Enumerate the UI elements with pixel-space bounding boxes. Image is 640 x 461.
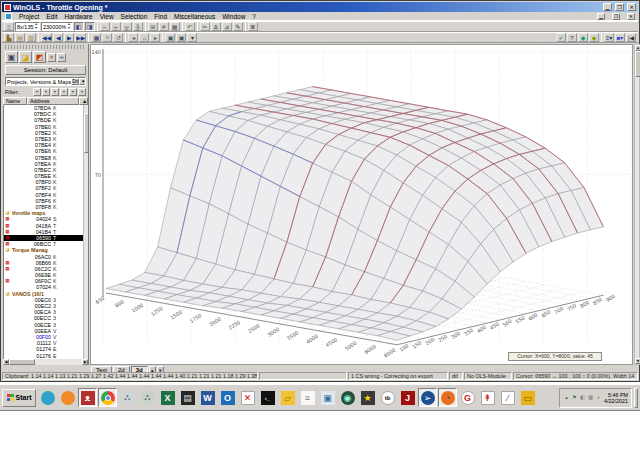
map-list[interactable]: 07BDAK07BDCK07BDEK07BE0K07BE2K07BE3K07BE… <box>3 105 88 359</box>
spin-arrows-icon[interactable]: ▲▼ <box>35 23 38 30</box>
menu-hardware[interactable]: Hardware <box>64 13 92 20</box>
sort-indicator[interactable]: ▲ <box>79 97 88 105</box>
taskbar-app-tb[interactable]: tb <box>378 388 397 407</box>
filter-button-1[interactable]: ▪ <box>33 88 41 96</box>
pin-panel-button[interactable]: ≔ <box>57 53 66 62</box>
taskbar-app-gdata[interactable]: G <box>458 388 477 407</box>
taskbar-app-folder[interactable]: ▱ <box>278 388 297 407</box>
axis-both-button[interactable]: ╦ <box>122 22 132 31</box>
taskbar-app-jdownloader[interactable]: J <box>398 388 417 407</box>
chart-vscrollbar[interactable]: ▲ ▼ <box>634 44 640 365</box>
minimize-button[interactable]: ▁ <box>603 3 612 11</box>
element-size-spin[interactable]: 8x/135▲▼ <box>15 22 40 31</box>
grid-large-button[interactable]: ▦ <box>170 22 180 31</box>
window-mode-combo[interactable]: ■▾ <box>615 33 625 42</box>
taskbar-app-toolbox[interactable]: ▭ <box>518 388 537 407</box>
mdi-minimize-button[interactable]: ▁ <box>597 13 605 20</box>
tray-icon-1[interactable]: ▴ <box>563 394 570 401</box>
zoom-in-button[interactable]: ⌕ <box>102 33 112 42</box>
map-doc-icon[interactable]: ▯ <box>4 22 14 31</box>
menu-view[interactable]: View <box>100 13 114 20</box>
open-project-button[interactable]: ◪ <box>19 51 32 63</box>
nav-next-button[interactable]: ▶ <box>64 33 74 42</box>
close-panel-button[interactable]: ✕ <box>47 53 56 62</box>
menu-window[interactable]: Window <box>222 13 245 20</box>
taskbar-app-excel[interactable]: X <box>158 388 177 407</box>
taskbar-app-computer[interactable]: ▣ <box>318 388 337 407</box>
tray-icon-4[interactable]: ▥ <box>587 394 594 401</box>
taskbar-app-dove[interactable]: ➢ <box>418 388 437 407</box>
filter-button-2[interactable]: ▪ <box>42 88 50 96</box>
view-version-button[interactable]: ◨ <box>85 22 95 31</box>
project-open-icon[interactable]: ▙ <box>4 33 14 42</box>
mdi-child-icon[interactable] <box>5 13 12 20</box>
diff-button[interactable]: ▣ <box>176 33 186 42</box>
next-map-button[interactable]: ▸ <box>150 33 160 42</box>
taskbar-app-swirl[interactable]: ◔ <box>438 388 457 407</box>
mix-dropdown[interactable]: ▾ <box>187 33 197 42</box>
list-view-button[interactable]: ≣ <box>248 22 258 31</box>
menu-project[interactable]: Project <box>19 13 39 20</box>
taskbar-app-book[interactable]: ▤ <box>178 388 197 407</box>
start-button[interactable]: Start <box>2 389 36 407</box>
tree-mode-combo[interactable]: Projects, Versions & Maps Dir ▼ <box>5 77 86 86</box>
panel-grip[interactable] <box>5 45 86 49</box>
session-button[interactable]: Session: Default <box>5 65 86 75</box>
home-button[interactable]: ⌂ <box>139 33 149 42</box>
axis-top-button[interactable]: ┬ <box>111 22 121 31</box>
maximize-button[interactable]: ❐ <box>615 3 624 11</box>
dock-left-button[interactable]: |◀ <box>626 33 636 42</box>
taskbar-app-redx[interactable]: ✕ <box>238 388 257 407</box>
menu-find[interactable]: Find <box>154 13 167 20</box>
undo-button[interactable]: ↶ <box>185 22 195 31</box>
nav-last-button[interactable]: ▶▶ <box>75 33 86 42</box>
save-session-button[interactable]: ▣ <box>5 51 18 63</box>
taskbar-app-cmd[interactable]: ›_ <box>258 388 277 407</box>
text-view-button[interactable]: ▥ <box>26 33 36 42</box>
mdi-close-button[interactable]: ✕ <box>627 13 635 20</box>
help-cursor-button[interactable]: ? <box>567 33 577 42</box>
grid-small-button[interactable]: ⊞ <box>148 22 158 31</box>
delta-button[interactable]: Δ <box>211 22 221 31</box>
taskbar-app-claw2[interactable]: ∴ <box>138 388 157 407</box>
grid-hash-button[interactable]: # <box>159 22 169 31</box>
show-desktop-button[interactable] <box>634 388 638 408</box>
title-bar[interactable]: WinOLS - Throttle Opening * ▁ ❐ ✕ <box>2 2 638 12</box>
zoom-level-spin[interactable]: 230000%▲▼ <box>41 22 73 31</box>
refresh-button[interactable]: ↺ <box>113 33 123 42</box>
checksum-button[interactable]: ✓ <box>556 33 566 42</box>
taskbar-app-orb[interactable]: ◉ <box>338 388 357 407</box>
filter-button-5[interactable]: ▪ <box>69 88 77 96</box>
taskbar-app-winols[interactable]: ᴥ <box>78 388 97 407</box>
import-map-button[interactable]: ◩ <box>33 51 46 63</box>
taskbar-app-orange[interactable] <box>58 388 77 407</box>
menu-miscellaneous[interactable]: Miscellaneous <box>174 13 215 20</box>
scroll-down-icon[interactable]: ▼ <box>635 358 640 364</box>
prev-map-button[interactable]: ◂ <box>128 33 138 42</box>
spin-arrows-icon[interactable]: ▲▼ <box>67 23 70 30</box>
axis-left-button[interactable]: ╟ <box>133 22 143 31</box>
taskbar-app-drop[interactable] <box>38 388 57 407</box>
taskbar-app-notepad[interactable]: ≡ <box>298 388 317 407</box>
chevron-down-icon[interactable]: ▼ <box>79 78 86 85</box>
mdi-restore-button[interactable]: ❐ <box>612 13 620 20</box>
filter-button-3[interactable]: ▪ <box>51 88 59 96</box>
tray-icon-2[interactable]: ⚑ <box>571 394 578 401</box>
window-list-combo[interactable]: ≡▾ <box>604 33 614 42</box>
edit-pen-button[interactable]: ✎ <box>233 22 243 31</box>
nav-prev-button[interactable]: ◀ <box>53 33 63 42</box>
filter-button-6[interactable]: ▪ <box>78 88 86 96</box>
nav-first-button[interactable]: ◀◀ <box>41 33 52 42</box>
table-button[interactable]: ▦ <box>91 33 101 42</box>
taskbar-app-tower[interactable]: ↟ <box>478 388 497 407</box>
taskbar-app-chrome[interactable] <box>98 388 117 407</box>
filter-button-4[interactable]: ▪ <box>60 88 68 96</box>
taskbar-app-word[interactable]: W <box>198 388 217 407</box>
taskbar-app-star[interactable]: ★ <box>358 388 377 407</box>
menu-edit[interactable]: Edit <box>46 13 57 20</box>
list-vscrollbar[interactable] <box>83 105 88 359</box>
tray-icon-3[interactable]: ◧ <box>579 394 586 401</box>
close-button[interactable]: ✕ <box>627 3 636 11</box>
scroll-up-icon[interactable]: ▲ <box>635 45 640 51</box>
column-name[interactable]: Name <box>3 97 27 105</box>
